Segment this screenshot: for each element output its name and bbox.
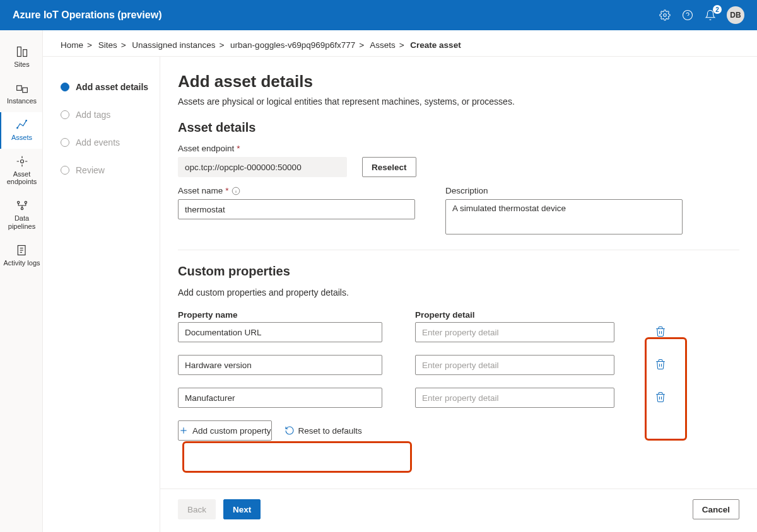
property-row (178, 355, 739, 375)
description-label: Description (445, 186, 683, 195)
wizard-nav: Add asset details Add tags Add events Re… (43, 57, 160, 532)
property-name-input[interactable] (178, 322, 382, 342)
svg-point-11 (25, 202, 26, 204)
help-icon[interactable] (681, 9, 694, 21)
nav-item-pipelines[interactable]: Data pipelines (0, 193, 42, 237)
step-indicator-icon (61, 83, 69, 91)
property-row (178, 322, 739, 342)
next-button[interactable]: Next (223, 499, 261, 519)
nav-item-sites[interactable]: Sites (0, 39, 42, 76)
nav-item-endpoints[interactable]: Asset endpoints (0, 149, 42, 193)
info-icon[interactable] (232, 187, 240, 195)
bell-icon[interactable]: 2 (704, 9, 717, 21)
page-title: Add asset details (178, 72, 739, 91)
nav-label: Sites (14, 61, 29, 68)
delete-icon[interactable] (655, 391, 667, 404)
endpoint-input (178, 157, 347, 177)
wizard-step-events[interactable]: Add events (61, 129, 151, 156)
nav-item-activity[interactable]: Activity logs (0, 238, 42, 274)
nav-label: Activity logs (3, 259, 40, 267)
nav-item-assets[interactable]: Assets (0, 112, 42, 149)
svg-point-9 (20, 160, 23, 163)
notification-badge: 2 (713, 5, 722, 14)
section-title-custom-props: Custom properties (178, 264, 739, 279)
avatar[interactable]: DB (727, 6, 744, 24)
nav-label: Asset endpoints (1, 170, 42, 185)
nav-item-instances[interactable]: Instances (0, 76, 42, 112)
svg-point-0 (664, 14, 667, 17)
nav-label: Data pipelines (1, 214, 42, 229)
asset-name-input[interactable] (178, 199, 415, 219)
form-area: Add asset details Assets are physical or… (160, 57, 757, 486)
wizard-step-label: Add tags (76, 110, 110, 120)
cancel-button[interactable]: Cancel (693, 499, 739, 519)
topbar: Azure IoT Operations (preview) 2 DB (0, 0, 757, 30)
svg-point-10 (17, 202, 19, 204)
svg-point-12 (21, 208, 23, 210)
svg-rect-3 (17, 47, 21, 57)
property-detail-input[interactable] (415, 388, 614, 408)
custom-props-subtitle: Add custom properties and property detai… (178, 287, 739, 298)
svg-point-1 (683, 11, 693, 20)
breadcrumb-link[interactable]: Unassigned instances (132, 40, 215, 50)
add-custom-property-button[interactable]: Add custom property (178, 420, 272, 441)
reset-defaults-button[interactable]: Reset to defaults (285, 420, 362, 441)
wizard-step-tags[interactable]: Add tags (61, 101, 151, 129)
delete-icon[interactable] (655, 359, 667, 371)
wizard-step-details[interactable]: Add asset details (61, 73, 151, 101)
wizard-footer: Back Next Cancel (160, 489, 757, 532)
propdetail-header: Property detail (415, 310, 614, 320)
app-title: Azure IoT Operations (preview) (13, 9, 161, 21)
svg-rect-4 (23, 50, 26, 57)
wizard-step-label: Add asset details (76, 82, 148, 92)
page-subtitle: Assets are physical or logical entities … (178, 96, 739, 107)
breadcrumb-link[interactable]: urban-goggles-v69pq969p6fx777 (230, 40, 355, 50)
propname-header: Property name (178, 310, 382, 320)
gear-icon[interactable] (659, 9, 671, 21)
step-indicator-icon (61, 138, 69, 147)
wizard-step-label: Add events (76, 137, 120, 147)
breadcrumb: Home> Sites> Unassigned instances> urban… (43, 30, 757, 57)
description-input[interactable] (445, 199, 683, 234)
property-name-input[interactable] (178, 388, 382, 408)
nav-label: Assets (11, 134, 32, 141)
asset-name-label: Asset name* (178, 186, 415, 195)
step-indicator-icon (61, 166, 69, 175)
wizard-step-review[interactable]: Review (61, 156, 151, 184)
topbar-actions: 2 DB (659, 6, 744, 24)
breadcrumb-current: Create asset (410, 40, 461, 50)
svg-rect-6 (22, 88, 27, 93)
property-detail-input[interactable] (415, 355, 614, 375)
step-indicator-icon (61, 110, 69, 119)
left-nav: Sites Instances Assets Asset endpoints D… (0, 30, 43, 532)
endpoint-label: Asset endpoint* (178, 144, 347, 153)
property-name-input[interactable] (178, 355, 382, 375)
section-title-asset-details: Asset details (178, 120, 739, 135)
back-button: Back (178, 499, 216, 519)
reselect-button[interactable]: Reselect (362, 157, 416, 177)
svg-rect-5 (16, 86, 21, 91)
wizard-step-label: Review (76, 165, 105, 175)
breadcrumb-link[interactable]: Assets (370, 40, 396, 50)
breadcrumb-link[interactable]: Sites (98, 40, 117, 50)
property-detail-input[interactable] (415, 322, 614, 342)
breadcrumb-link[interactable]: Home (61, 40, 83, 50)
delete-icon[interactable] (655, 326, 667, 338)
nav-label: Instances (7, 97, 37, 105)
property-row (178, 388, 739, 408)
